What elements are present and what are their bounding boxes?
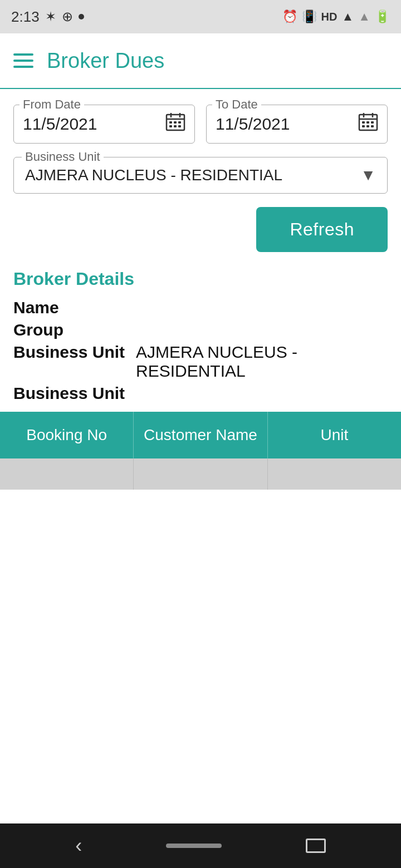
hamburger-line-1 <box>13 53 33 56</box>
svg-rect-4 <box>169 121 172 124</box>
bottom-nav-bar: ‹ <box>0 823 401 868</box>
nav-back-button[interactable]: ‹ <box>75 834 82 857</box>
nav-recents-button[interactable] <box>306 839 326 853</box>
broker-businessunit1-row: Business Unit AJMERA NUCLEUS - RESIDENTI… <box>13 343 388 381</box>
svg-rect-18 <box>366 125 369 127</box>
date-row: From Date 11/5/2021 To Date 11 <box>13 105 388 144</box>
svg-rect-7 <box>169 125 172 127</box>
refresh-button[interactable]: Refresh <box>256 207 388 252</box>
svg-rect-16 <box>371 121 374 124</box>
cell-unit <box>268 458 401 490</box>
svg-rect-17 <box>362 125 365 127</box>
hd-badge: HD <box>321 11 338 23</box>
svg-rect-14 <box>362 121 365 124</box>
broker-details-section: Broker Details Name Group Business Unit … <box>13 269 388 403</box>
col-booking-no: Booking No <box>0 412 134 458</box>
from-date-calendar-icon[interactable] <box>165 112 185 136</box>
broker-businessunit1-key: Business Unit <box>13 343 136 362</box>
time-display: 2:13 <box>11 8 40 26</box>
svg-rect-15 <box>366 121 369 124</box>
broker-details-title: Broker Details <box>13 269 388 289</box>
alarm-icon: ⏰ <box>282 9 297 24</box>
table-row <box>0 458 401 490</box>
status-right: ⏰ 📳 HD ▲ ▲ 🔋 <box>282 9 390 24</box>
cell-customer-name <box>134 458 267 490</box>
business-unit-dropdown[interactable]: Business Unit AJMERA NUCLEUS - RESIDENTI… <box>13 157 388 194</box>
circle-icon: ⊕ <box>62 9 73 24</box>
col-unit: Unit <box>268 412 401 458</box>
broker-businessunit1-value: AJMERA NUCLEUS - RESIDENTIAL <box>136 343 388 381</box>
cell-booking-no <box>0 458 134 490</box>
page-title: Broker Dues <box>47 49 164 73</box>
svg-rect-19 <box>371 125 374 127</box>
to-date-label: To Date <box>212 97 261 112</box>
status-bar: 2:13 ✶ ⊕ ⏰ 📳 HD ▲ ▲ 🔋 <box>0 0 401 33</box>
hamburger-line-2 <box>13 60 33 62</box>
business-unit-label: Business Unit <box>22 150 104 164</box>
svg-rect-5 <box>174 121 177 124</box>
broker-name-key: Name <box>13 298 136 317</box>
app-bar: Broker Dues <box>0 33 401 89</box>
svg-rect-8 <box>174 125 177 127</box>
to-date-field[interactable]: To Date 11/5/2021 <box>206 105 388 144</box>
svg-rect-6 <box>178 121 181 124</box>
to-date-value: 11/5/2021 <box>216 115 290 134</box>
business-unit-value: AJMERA NUCLEUS - RESIDENTIAL <box>25 166 282 184</box>
from-date-field[interactable]: From Date 11/5/2021 <box>13 105 195 144</box>
refresh-row: Refresh <box>13 207 388 252</box>
from-date-value: 11/5/2021 <box>23 115 97 134</box>
broker-group-row: Group <box>13 320 388 339</box>
hamburger-line-3 <box>13 66 33 68</box>
svg-rect-9 <box>178 125 181 127</box>
nav-home-indicator[interactable] <box>166 844 222 848</box>
bookings-table: Booking No Customer Name Unit <box>0 412 401 490</box>
broker-group-key: Group <box>13 320 136 339</box>
battery-icon: 🔋 <box>375 9 390 24</box>
col-customer-name: Customer Name <box>134 412 267 458</box>
dropdown-arrow-icon: ▼ <box>360 166 376 184</box>
main-content: From Date 11/5/2021 To Date 11 <box>0 89 401 823</box>
status-left: 2:13 ✶ ⊕ <box>11 8 84 26</box>
activity-icon: ✶ <box>45 9 56 24</box>
dot-icon <box>79 14 84 19</box>
hamburger-menu-button[interactable] <box>13 53 33 68</box>
signal-icon: ▲ <box>341 9 354 24</box>
broker-name-row: Name <box>13 298 388 317</box>
from-date-label: From Date <box>19 97 84 112</box>
to-date-calendar-icon[interactable] <box>358 112 378 136</box>
vibrate-icon: 📳 <box>302 9 317 24</box>
broker-businessunit2-key: Business Unit <box>13 384 136 403</box>
table-header: Booking No Customer Name Unit <box>0 412 401 458</box>
signal2-icon: ▲ <box>358 9 370 24</box>
broker-businessunit2-row: Business Unit <box>13 384 388 403</box>
